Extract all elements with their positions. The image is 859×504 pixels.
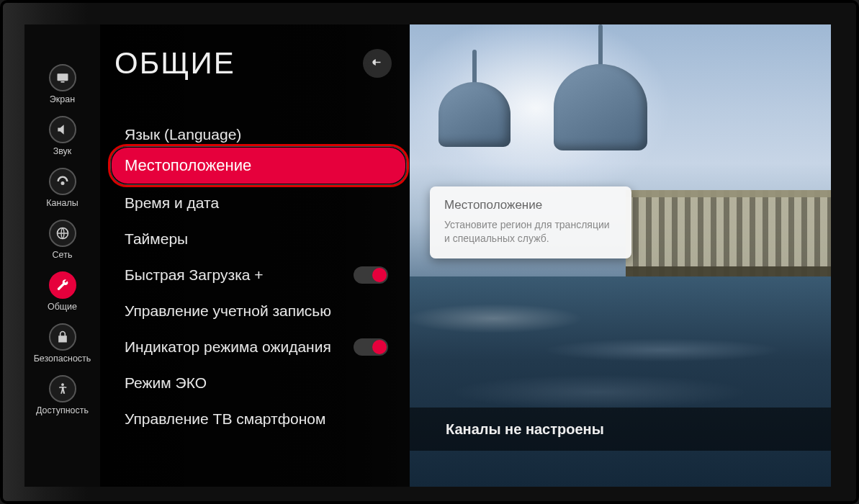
sidebar-item-screen[interactable]: Экран: [24, 64, 100, 104]
settings-item-eco[interactable]: Режим ЭКО: [114, 365, 410, 401]
wrench-icon: [49, 271, 76, 299]
screen-icon: [49, 64, 76, 91]
toggle-knob: [372, 340, 387, 354]
settings-item-label: Местоположение: [125, 156, 251, 175]
svg-point-4: [61, 383, 64, 386]
settings-item-label: Быстрая Загрузка +: [125, 266, 264, 284]
decorative-shape: [472, 50, 477, 86]
sidebar-item-security[interactable]: Безопасность: [24, 323, 100, 364]
sidebar-item-general[interactable]: Общие: [24, 271, 100, 312]
settings-item-language[interactable]: Язык (Language): [114, 120, 410, 146]
decorative-shape: [554, 64, 647, 150]
accessibility-icon: [49, 375, 76, 402]
svg-point-2: [60, 181, 64, 185]
globe-icon: [49, 220, 76, 247]
toggle-quickstart[interactable]: [354, 266, 388, 284]
back-button[interactable]: [363, 49, 392, 78]
settings-list: Язык (Language) Местоположение Время и д…: [114, 120, 410, 437]
status-bar: Каналы не настроены: [410, 408, 831, 451]
settings-item-location[interactable]: Местоположение: [112, 148, 405, 184]
panel-header: ОБЩИЕ: [114, 46, 410, 81]
svg-rect-1: [60, 81, 64, 83]
settings-item-mobile-control[interactable]: Управление ТВ смартфоном: [114, 401, 410, 437]
back-icon: [371, 57, 384, 70]
svg-rect-0: [57, 73, 68, 81]
decorative-shape: [410, 276, 831, 487]
settings-item-label: Индикатор режима ожидания: [125, 338, 331, 356]
settings-item-standby-led[interactable]: Индикатор режима ожидания: [114, 329, 410, 365]
satellite-icon: [49, 168, 76, 195]
sidebar-item-label: Звук: [53, 146, 72, 156]
settings-item-label: Режим ЭКО: [125, 374, 207, 392]
sidebar-item-label: Каналы: [46, 198, 78, 208]
settings-item-label: Управление учетной записью: [125, 302, 331, 320]
toggle-standby-led[interactable]: [354, 338, 388, 356]
settings-item-label: Время и дата: [125, 194, 219, 212]
sidebar-item-label: Безопасность: [34, 354, 91, 364]
sidebar-item-network[interactable]: Сеть: [24, 220, 100, 260]
settings-item-label: Таймеры: [125, 230, 188, 248]
sidebar-item-channels[interactable]: Каналы: [24, 168, 100, 208]
sidebar-item-sound[interactable]: Звук: [24, 116, 100, 156]
page-title: ОБЩИЕ: [114, 46, 235, 81]
decorative-shape: [626, 190, 831, 276]
sidebar-item-label: Сеть: [53, 250, 73, 260]
sidebar-item-label: Общие: [48, 302, 77, 312]
settings-item-account[interactable]: Управление учетной записью: [114, 293, 410, 329]
settings-item-timers[interactable]: Таймеры: [114, 221, 410, 257]
decorative-shape: [598, 24, 603, 68]
settings-item-label: Управление ТВ смартфоном: [125, 410, 325, 428]
settings-item-label: Язык (Language): [125, 126, 241, 143]
speaker-icon: [49, 116, 76, 143]
settings-item-quickstart[interactable]: Быстрая Загрузка +: [114, 257, 410, 293]
screen: Экран Звук Каналы Сеть: [24, 24, 831, 487]
lock-icon: [49, 323, 76, 351]
tooltip-title: Местоположение: [444, 198, 617, 212]
tooltip-description: Установите регион для трансляции и специ…: [444, 218, 617, 246]
sidebar-item-label: Экран: [50, 94, 75, 104]
settings-panel: ОБЩИЕ Язык (Language) Местоположение Вре…: [100, 24, 410, 487]
preview-pane: Местоположение Установите регион для тра…: [410, 24, 831, 487]
help-tooltip: Местоположение Установите регион для тра…: [430, 186, 631, 258]
sidebar-item-label: Доступность: [36, 405, 89, 415]
settings-item-datetime[interactable]: Время и дата: [114, 185, 410, 221]
tv-frame: Экран Звук Каналы Сеть: [3, 3, 856, 501]
sidebar-item-accessibility[interactable]: Доступность: [24, 375, 100, 415]
settings-sidebar: Экран Звук Каналы Сеть: [24, 24, 100, 487]
decorative-shape: [439, 82, 511, 147]
toggle-knob: [372, 268, 387, 282]
status-text: Каналы не настроены: [446, 421, 604, 438]
